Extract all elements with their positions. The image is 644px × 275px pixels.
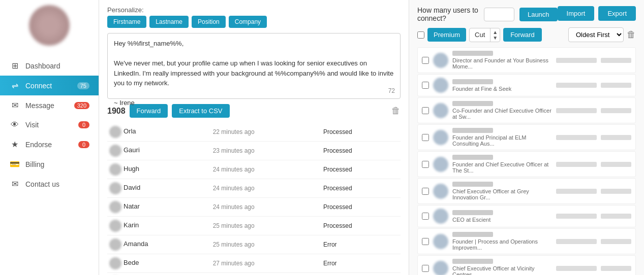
queue-time: 22 minutes ago	[211, 123, 321, 142]
sidebar-label-visit: Visit	[25, 121, 78, 129]
lead-meta1	[556, 266, 597, 271]
cut-arrows[interactable]: ▲▼	[490, 28, 500, 42]
lead-name-bar	[452, 155, 493, 160]
sidebar-item-visit[interactable]: 👁 Visit 0	[0, 115, 99, 134]
lead-meta2	[601, 135, 631, 140]
lead-info: Director and Founder at Your Business Mo…	[452, 51, 552, 70]
lead-title: Co-Founder and Chief Executive Officer a…	[452, 108, 552, 120]
lead-meta2	[601, 58, 631, 63]
queue-row: Natar 24 minutes ago Processed	[107, 198, 401, 217]
premium-filter-button[interactable]: Premium	[427, 28, 466, 42]
queue-name: Karin	[107, 217, 211, 235]
select-all-checkbox[interactable]	[417, 31, 424, 39]
queue-name: Orla	[107, 123, 211, 142]
sidebar-item-message[interactable]: ✉ Message 320	[0, 95, 99, 115]
lead-name-bar	[452, 51, 493, 56]
queue-name: Gauri	[107, 142, 211, 160]
lead-row: Director and Founder at Your Business Mo…	[417, 47, 636, 73]
lead-row: Founder | Process and Operations Improve…	[417, 228, 636, 254]
queue-row: David 24 minutes ago Processed	[107, 179, 401, 198]
main-content: Personalize: Firstname Lastname Position…	[99, 0, 644, 275]
personalize-buttons: Firstname Lastname Position Company	[107, 16, 401, 28]
export-button[interactable]: Export	[598, 6, 636, 21]
lead-title: Chief Executive Officer at Grey Innovati…	[452, 188, 552, 200]
sort-select[interactable]: Oldest First	[568, 27, 624, 42]
lead-info: Chief Executive Officer at Vicinity Cent…	[452, 259, 552, 275]
lead-meta1	[556, 162, 597, 167]
top-actions: Import Export	[558, 6, 636, 21]
sidebar-item-contact[interactable]: ✉ Contact us	[0, 174, 99, 194]
lead-checkbox[interactable]	[422, 188, 429, 195]
queue-name: David	[107, 179, 211, 198]
queue-status: Processed	[321, 142, 401, 160]
lead-meta2	[601, 239, 631, 244]
users-connect-label: How many users to connect?	[417, 6, 479, 22]
queue-time: 23 minutes ago	[211, 142, 321, 160]
sidebar-item-dashboard[interactable]: ⊞ Dashboard	[0, 56, 99, 76]
lead-title: Founder | Process and Operations Improve…	[452, 238, 552, 251]
company-button[interactable]: Company	[229, 16, 267, 28]
message-box[interactable]: Hey %%first_name%%, We've never met, but…	[107, 33, 401, 99]
lead-avatar	[433, 209, 448, 224]
message-badge: 320	[74, 102, 89, 109]
lead-avatar	[433, 234, 448, 249]
queue-status: Processed	[321, 160, 401, 179]
lead-row: Chief Executive Officer at Grey Innovati…	[417, 178, 636, 204]
lead-checkbox[interactable]	[422, 265, 429, 272]
contact-icon: ✉	[9, 179, 20, 189]
lead-checkbox[interactable]	[422, 134, 429, 141]
lead-checkbox[interactable]	[422, 57, 429, 64]
import-button[interactable]: Import	[558, 6, 595, 21]
lead-title: CEO at Escient	[452, 217, 552, 223]
sidebar-item-billing[interactable]: 💳 Billing	[0, 154, 99, 174]
personalize-label: Personalize:	[107, 6, 401, 14]
endorse-badge: 0	[78, 141, 89, 148]
users-connect-input[interactable]	[484, 8, 514, 21]
lead-title: Founder at Fine & Seek	[452, 86, 552, 92]
queue-status: Processed	[321, 273, 401, 276]
queue-status: Error	[321, 254, 401, 273]
sidebar-label-dashboard: Dashboard	[25, 62, 89, 70]
lead-checkbox[interactable]	[422, 238, 429, 245]
lead-avatar	[433, 53, 448, 68]
sidebar-label-message: Message	[25, 101, 74, 110]
sidebar-item-connect[interactable]: ⇌ Connect 75	[0, 76, 99, 95]
queue-row: Hugh 24 minutes ago Processed	[107, 160, 401, 179]
lead-checkbox[interactable]	[422, 82, 429, 89]
left-panel: Personalize: Firstname Lastname Position…	[99, 0, 409, 275]
queue-table: Orla 22 minutes ago Processed Gauri 23 m…	[107, 123, 401, 275]
lead-meta1	[556, 58, 597, 63]
cut-label: Cut	[470, 29, 490, 41]
lead-name-bar	[452, 79, 493, 84]
lead-meta1	[556, 239, 597, 244]
lastname-button[interactable]: Lastname	[149, 16, 189, 28]
forward-button[interactable]: Forward	[503, 28, 542, 42]
lead-name-bar	[452, 259, 493, 264]
leads-list: Director and Founder at Your Business Mo…	[417, 47, 636, 275]
lead-checkbox[interactable]	[422, 161, 429, 168]
position-button[interactable]: Position	[192, 16, 226, 28]
queue-row: Gauri 23 minutes ago Processed	[107, 142, 401, 160]
queue-status: Processed	[321, 198, 401, 217]
char-count: 72	[388, 86, 395, 95]
users-connect-row: How many users to connect? Launch	[417, 6, 558, 22]
lead-info: Chief Executive Officer at Grey Innovati…	[452, 182, 552, 200]
lead-meta1	[556, 108, 597, 113]
lead-name-bar	[452, 128, 493, 133]
queue-row: Amanda 25 minutes ago Error	[107, 235, 401, 254]
queue-time: 24 minutes ago	[211, 160, 321, 179]
lead-info: CEO at Escient	[452, 210, 552, 223]
queue-row: Orla 22 minutes ago Processed	[107, 123, 401, 142]
lead-checkbox[interactable]	[422, 107, 429, 114]
lead-checkbox[interactable]	[422, 213, 429, 220]
queue-row: Bede 27 minutes ago Error	[107, 254, 401, 273]
firstname-button[interactable]: Firstname	[107, 16, 146, 28]
lead-meta2	[601, 266, 631, 271]
billing-icon: 💳	[9, 159, 20, 169]
trash-button[interactable]: 🗑	[627, 29, 636, 40]
sidebar-item-endorse[interactable]: ★ Endorse 0	[0, 134, 99, 154]
launch-button[interactable]: Launch	[519, 8, 558, 21]
lead-row: CEO at Escient	[417, 205, 636, 227]
lead-avatar	[433, 184, 448, 199]
lead-info: Founder | Process and Operations Improve…	[452, 232, 552, 251]
